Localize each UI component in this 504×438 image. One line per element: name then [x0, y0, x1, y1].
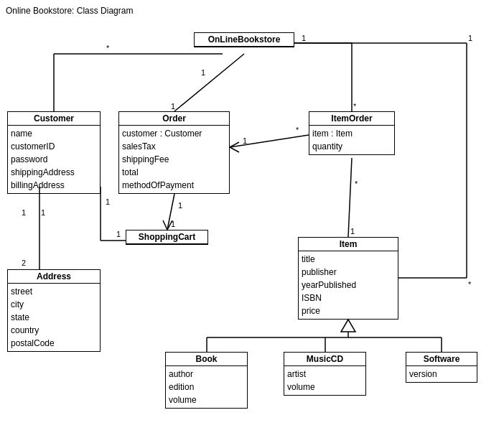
class-musiccd: MusicCD artist volume: [284, 352, 366, 396]
class-name-address: Address: [8, 270, 100, 284]
svg-line-13: [348, 158, 352, 237]
svg-text:1: 1: [350, 227, 355, 236]
svg-text:*: *: [468, 280, 472, 289]
svg-text:1: 1: [302, 34, 306, 42]
class-order: Order customer : Customer salesTax shipp…: [118, 111, 230, 194]
svg-text:1: 1: [171, 102, 175, 111]
svg-text:*: *: [355, 180, 358, 188]
class-customer: Customer name customerID password shippi…: [7, 111, 101, 194]
svg-text:1: 1: [41, 208, 45, 217]
class-address: Address street city state country postal…: [7, 269, 101, 352]
class-book: Book author edition volume: [165, 352, 248, 409]
class-name-itemorder: ItemOrder: [309, 112, 394, 126]
svg-text:1: 1: [171, 220, 175, 228]
svg-text:1: 1: [116, 230, 121, 238]
class-item: Item title publisher yearPublished ISBN …: [298, 237, 398, 320]
svg-text:*: *: [106, 44, 110, 52]
diagram-title: Online Bookstore: Class Diagram: [6, 6, 133, 16]
class-attrs-order: customer : Customer salesTax shippingFee…: [119, 126, 229, 193]
class-name-order: Order: [119, 112, 229, 126]
class-onlinebookstore: OnLineBookstore: [194, 32, 294, 47]
class-shoppingcart: ShoppingCart: [126, 230, 208, 245]
class-attrs-customer: name customerID password shippingAddress…: [8, 126, 100, 193]
class-attrs-musiccd: artist volume: [284, 366, 365, 395]
svg-text:2: 2: [22, 258, 26, 267]
svg-text:1: 1: [178, 201, 182, 210]
svg-line-3: [174, 54, 244, 111]
class-attrs-address: street city state country postalCode: [8, 284, 100, 351]
class-attrs-software: version: [406, 366, 477, 382]
svg-text:*: *: [353, 102, 357, 111]
svg-text:*: *: [296, 126, 299, 134]
class-name-shoppingcart: ShoppingCart: [126, 230, 207, 244]
class-name-item: Item: [299, 238, 398, 251]
class-attrs-itemorder: item : Item quantity: [309, 126, 394, 154]
svg-marker-32: [341, 320, 355, 332]
class-itemorder: ItemOrder item : Item quantity: [309, 111, 395, 155]
class-attrs-item: title publisher yearPublished ISBN price: [299, 251, 398, 319]
svg-text:1: 1: [106, 197, 110, 206]
class-attrs-book: author edition volume: [166, 366, 247, 408]
class-name-musiccd: MusicCD: [284, 353, 365, 366]
svg-text:1: 1: [201, 68, 205, 77]
svg-line-10: [230, 135, 309, 147]
class-name-software: Software: [406, 353, 477, 366]
svg-text:1: 1: [243, 136, 247, 145]
class-name-customer: Customer: [8, 112, 100, 126]
class-name-book: Book: [166, 353, 247, 366]
svg-text:1: 1: [468, 34, 472, 42]
class-name-onlinebookstore: OnLineBookstore: [195, 33, 294, 47]
svg-text:1: 1: [22, 208, 26, 217]
svg-line-16: [167, 194, 174, 230]
class-software: Software version: [406, 352, 477, 383]
